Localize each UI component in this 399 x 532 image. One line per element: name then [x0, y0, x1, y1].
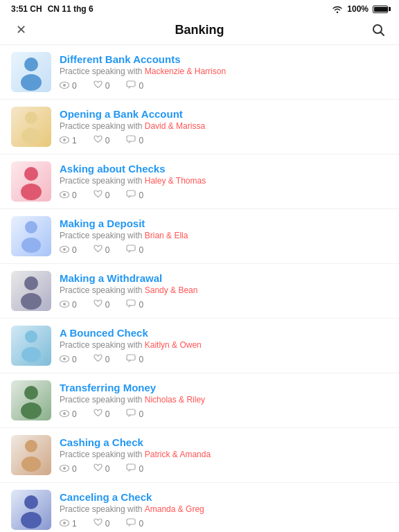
comment-icon	[126, 463, 136, 474]
list-item[interactable]: A Bounced Check Practice speaking with K…	[0, 319, 399, 373]
lesson-speakers: Mackenzie & Harrison	[145, 66, 226, 76]
close-button[interactable]: ✕	[11, 22, 30, 37]
eye-icon	[60, 409, 69, 419]
view-count: 0	[60, 409, 77, 419]
heart-icon	[94, 518, 103, 529]
comment-icon	[126, 354, 136, 364]
heart-icon	[94, 409, 103, 419]
lesson-speakers: Patrick & Amanda	[145, 450, 211, 459]
svg-point-34	[21, 347, 41, 362]
time: 3:51 CH	[11, 4, 42, 14]
view-count: 1	[60, 135, 77, 145]
svg-rect-19	[127, 190, 135, 196]
lesson-stats: 0 0	[60, 409, 388, 419]
lesson-subtitle: Practice speaking with Amanda & Greg	[60, 504, 388, 514]
lesson-title: Opening a Bank Account	[60, 108, 388, 120]
eye-icon	[60, 80, 69, 91]
svg-line-1	[381, 33, 384, 36]
view-count: 0	[60, 245, 77, 255]
lesson-list: Different Bank Accounts Practice speakin…	[0, 45, 399, 532]
comment-count: 0	[126, 463, 143, 474]
list-item[interactable]: Opening a Bank Account Practice speaking…	[0, 100, 399, 154]
lesson-content: Opening a Bank Account Practice speaking…	[60, 108, 388, 145]
lesson-subtitle: Practice speaking with David & Marissa	[60, 121, 388, 131]
comment-icon	[126, 80, 136, 91]
eye-icon	[60, 245, 69, 255]
list-item[interactable]: Transferring Money Practice speaking wit…	[0, 373, 399, 428]
svg-rect-55	[127, 519, 135, 524]
lesson-subtitle: Practice speaking with Haley & Thomas	[60, 176, 388, 186]
eye-icon	[60, 463, 69, 474]
eye-icon	[60, 190, 69, 200]
lesson-title: Asking about Checks	[60, 163, 388, 175]
lesson-speakers: Haley & Thomas	[145, 176, 206, 186]
svg-point-3	[24, 57, 38, 71]
comment-count: 0	[126, 409, 143, 419]
lesson-content: Canceling a Check Practice speaking with…	[60, 491, 388, 529]
lesson-content: A Bounced Check Practice speaking with K…	[60, 327, 388, 364]
like-count: 0	[94, 299, 110, 310]
svg-point-36	[63, 357, 66, 360]
like-count: 0	[94, 463, 110, 474]
heart-icon	[94, 80, 103, 91]
svg-point-28	[21, 293, 42, 310]
svg-point-39	[24, 386, 38, 400]
svg-point-21	[25, 221, 37, 233]
svg-point-45	[25, 440, 37, 452]
like-count: 0	[94, 135, 110, 145]
search-button[interactable]	[369, 23, 388, 37]
svg-point-18	[63, 193, 66, 196]
heart-icon	[94, 135, 103, 145]
comment-icon	[126, 299, 136, 310]
svg-point-48	[63, 467, 66, 470]
svg-point-15	[24, 167, 38, 181]
svg-point-12	[63, 139, 66, 141]
svg-point-52	[21, 512, 42, 529]
svg-point-27	[24, 276, 38, 290]
lesson-content: Different Bank Accounts Practice speakin…	[60, 53, 388, 91]
lesson-stats: 0 0	[60, 463, 388, 474]
svg-point-9	[25, 112, 37, 124]
list-item[interactable]: Making a Withdrawal Practice speaking wi…	[0, 264, 399, 319]
eye-icon	[60, 135, 69, 145]
lesson-subtitle: Practice speaking with Sandy & Bean	[60, 285, 388, 295]
svg-point-40	[21, 402, 42, 419]
svg-rect-37	[127, 355, 135, 360]
lesson-thumbnail	[11, 52, 51, 92]
svg-point-10	[21, 128, 41, 143]
comment-count: 0	[126, 190, 143, 200]
lesson-stats: 0 0	[60, 299, 388, 310]
lesson-thumbnail	[11, 490, 51, 530]
lesson-title: Transferring Money	[60, 382, 388, 393]
like-count: 0	[94, 190, 110, 200]
comment-count: 0	[126, 354, 143, 364]
list-item[interactable]: Different Bank Accounts Practice speakin…	[0, 45, 399, 100]
svg-point-54	[63, 522, 66, 524]
lesson-title: Canceling a Check	[60, 491, 388, 503]
lesson-stats: 1 0	[60, 135, 388, 145]
lesson-thumbnail	[11, 216, 51, 256]
lesson-speakers: David & Marissa	[145, 121, 205, 131]
lesson-subtitle: Practice speaking with Brian & Ella	[60, 231, 388, 240]
lesson-stats: 0 0	[60, 80, 388, 91]
list-item[interactable]: Making a Deposit Practice speaking with …	[0, 209, 399, 264]
comment-count: 0	[126, 80, 143, 91]
svg-point-42	[63, 412, 66, 415]
comment-icon	[126, 409, 136, 419]
svg-point-51	[24, 495, 38, 509]
lesson-content: Cashing a Check Practice speaking with P…	[60, 436, 388, 474]
svg-rect-49	[127, 464, 135, 470]
lesson-title: Cashing a Check	[60, 436, 388, 448]
svg-rect-43	[127, 409, 135, 415]
lesson-subtitle: Practice speaking with Kaitlyn & Owen	[60, 340, 388, 350]
svg-point-4	[21, 74, 42, 91]
svg-rect-13	[127, 136, 135, 141]
list-item[interactable]: Canceling a Check Practice speaking with…	[0, 483, 399, 532]
list-item[interactable]: Asking about Checks Practice speaking wi…	[0, 154, 399, 209]
list-item[interactable]: Cashing a Check Practice speaking with P…	[0, 428, 399, 483]
svg-point-24	[63, 248, 66, 251]
page-title: Banking	[30, 23, 369, 37]
svg-rect-31	[127, 300, 135, 305]
heart-icon	[94, 299, 103, 310]
lesson-speakers: Kaitlyn & Owen	[145, 340, 202, 350]
